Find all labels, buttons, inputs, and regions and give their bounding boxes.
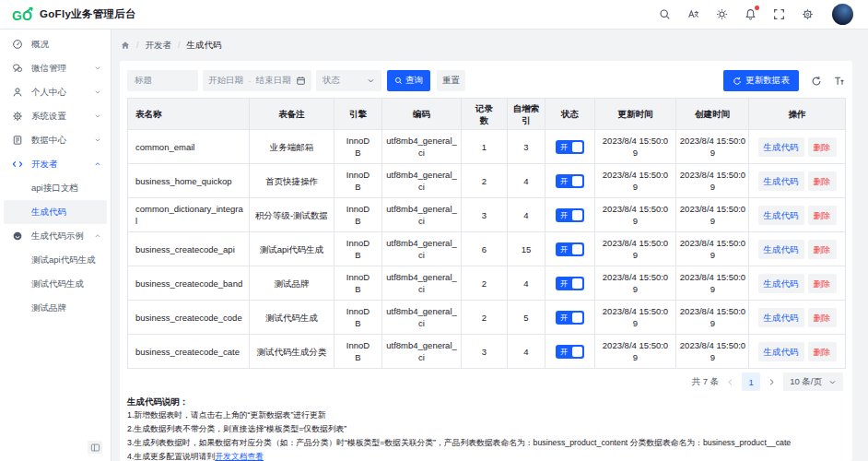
generate-code-button[interactable]: 生成代码 [758,274,804,293]
breadcrumb: / 开发者 / 生成代码 [111,30,868,61]
table-row-2: common_dictionary_integral积分等级-测试数据InnoD… [128,198,846,232]
reset-button[interactable]: 重置 [437,70,465,91]
home-icon[interactable] [121,41,130,50]
cell-auto-index: 4 [508,164,545,198]
column-header-2: 引擎 [334,99,382,130]
prev-page-icon[interactable] [726,378,734,386]
delete-button[interactable]: 删除 [808,308,837,327]
cell-encoding: utf8mb4_general_ci [382,335,462,369]
generate-code-button[interactable]: 生成代码 [758,171,804,191]
cell-status: 开 [545,198,595,232]
dev-docs-link[interactable]: 开发文档查看 [215,452,264,461]
sidebar-item-9[interactable]: 测试api代码生成 [0,248,111,272]
cell-actions: 生成代码删除 [749,335,846,369]
status-toggle[interactable]: 开 [556,174,584,188]
generate-code-button[interactable]: 生成代码 [758,308,804,327]
sidebar-item-4[interactable]: 数据中心 [0,128,111,152]
demo-icon [12,230,23,242]
page-size-select[interactable]: 10 条/页 [783,372,843,391]
cell-actions: 生成代码删除 [749,232,846,266]
translate-icon[interactable] [687,8,699,20]
pagination: 共 7 条 1 10 条/页 [127,369,845,395]
generate-code-button[interactable]: 生成代码 [758,240,804,259]
cell-comment: 测试代码生成分类 [250,335,334,369]
collapse-icon [90,443,100,453]
pagination-total: 共 7 条 [692,376,720,388]
chevron-down-icon [828,378,837,386]
sidebar-item-label: 生成代码示例 [31,230,94,242]
status-toggle[interactable]: 开 [556,345,584,359]
sidebar-item-3[interactable]: 系统设置 [0,104,111,128]
chevron-down-icon [94,136,101,144]
cell-updated: 2023/8/4 15:50:09 [595,130,676,164]
settings-icon[interactable] [802,8,814,20]
delete-button[interactable]: 删除 [808,240,837,259]
delete-button[interactable]: 删除 [808,206,837,225]
fullscreen-icon[interactable] [773,8,785,20]
page-number[interactable]: 1 [742,372,760,391]
breadcrumb-item[interactable]: 开发者 [146,40,172,52]
content-card: 标题 开始日期 - 结束日期 状态 查询 重置 更 [120,61,852,461]
generate-code-button[interactable]: 生成代码 [758,137,804,157]
sidebar-item-label: 测试品牌 [31,302,101,314]
sidebar-item-1[interactable]: 微信管理 [0,56,111,80]
cell-status: 开 [545,232,595,266]
notification-icon[interactable] [745,8,757,20]
sidebar-item-0[interactable]: 概况 [0,32,111,56]
search-button[interactable]: 查询 [387,70,430,91]
update-tables-button[interactable]: 更新数据表 [723,70,799,91]
chevron-down-icon [94,89,101,96]
sidebar-collapse-button[interactable] [88,441,102,454]
sidebar-item-5[interactable]: 开发者 [0,152,111,176]
dashboard-icon [12,39,23,50]
date-start-placeholder: 开始日期 [208,75,243,87]
status-toggle[interactable]: 开 [556,208,584,222]
cell-updated: 2023/8/4 15:50:09 [595,232,676,266]
sidebar-item-7[interactable]: 生成代码 [4,200,107,224]
delete-button[interactable]: 删除 [808,274,837,293]
filter-toolbar: 标题 开始日期 - 结束日期 状态 查询 重置 更 [127,70,845,91]
column-header-3: 编码 [382,99,462,130]
cell-table-name: business_home_quickop [128,164,250,198]
column-header-1: 表备注 [250,99,334,130]
search-icon[interactable] [659,8,671,20]
theme-icon[interactable] [716,8,728,20]
cell-comment: 首页快捷操作 [250,164,334,198]
generate-code-button[interactable]: 生成代码 [758,206,804,225]
delete-button[interactable]: 删除 [808,171,837,191]
sidebar-menu: 概况微信管理个人中心系统设置数据中心开发者api接口文档生成代码生成代码示例测试… [0,32,111,320]
sidebar-item-11[interactable]: 测试品牌 [0,296,111,320]
status-toggle[interactable]: 开 [556,140,584,154]
top-bar: GO GoFly业务管理后台 [0,0,868,30]
sidebar-item-label: 数据中心 [31,135,94,147]
cell-updated: 2023/8/4 15:50:09 [595,164,676,198]
font-size-icon[interactable] [834,76,845,87]
sidebar-item-label: 微信管理 [31,63,94,75]
app-title: GoFly业务管理后台 [40,7,136,21]
status-toggle[interactable]: 开 [556,311,584,325]
status-toggle[interactable]: 开 [556,277,584,290]
status-select[interactable]: 状态 [316,70,381,91]
cell-engine: InnoDB [334,198,382,232]
date-range-picker[interactable]: 开始日期 - 结束日期 [203,70,311,91]
sidebar-item-10[interactable]: 测试代码生成 [0,272,111,296]
status-toggle[interactable]: 开 [556,242,584,256]
cell-engine: InnoDB [334,130,382,164]
delete-button[interactable]: 删除 [808,342,837,361]
sidebar-item-6[interactable]: api接口文档 [0,176,111,200]
column-header-9: 操作 [749,99,846,130]
title-input[interactable]: 标题 [127,70,198,91]
cell-created: 2023/8/4 15:50:09 [676,266,749,301]
generate-code-button[interactable]: 生成代码 [758,342,804,361]
sidebar-item-label: 概况 [31,39,101,51]
calendar-icon [296,76,306,86]
sidebar-item-2[interactable]: 个人中心 [0,80,111,104]
cell-encoding: utf8mb4_general_ci [382,301,462,335]
refresh-icon[interactable] [811,76,822,87]
sidebar-item-label: 测试代码生成 [31,278,101,290]
delete-button[interactable]: 删除 [808,137,837,157]
next-page-icon[interactable] [768,378,776,386]
user-avatar[interactable] [832,4,853,25]
sidebar-item-8[interactable]: 生成代码示例 [0,224,111,248]
cell-records: 2 [462,266,508,301]
